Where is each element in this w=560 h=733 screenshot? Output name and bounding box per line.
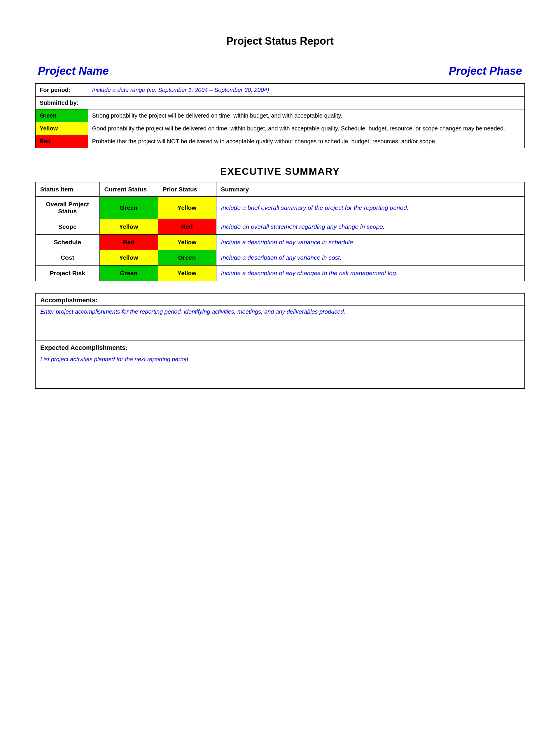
for-period-row: For period: Include a date range (i.e. S… [35, 83, 525, 97]
green-status-desc: Strong probability the project will be d… [88, 109, 525, 122]
exec-table-header: Status Item Current Status Prior Status … [35, 182, 525, 197]
info-table: For period: Include a date range (i.e. S… [35, 83, 525, 148]
red-status-desc: Probable that the project will NOT be de… [88, 135, 525, 148]
expected-accomplishments-content: List project activities planned for the … [36, 353, 524, 388]
cost-current-status: Yellow [99, 250, 158, 265]
project-risk-summary: Include a description of any changes to … [216, 265, 525, 281]
submitted-by-label: Submitted by: [35, 97, 88, 109]
col-summary: Summary [216, 182, 525, 197]
cost-item: Cost [35, 250, 99, 265]
expected-accomplishments-header: Expected Accomplishments: [36, 341, 524, 353]
table-row: Cost Yellow Green Include a description … [35, 250, 525, 265]
project-risk-prior-status: Yellow [158, 265, 216, 281]
project-phase-label: Project Phase [449, 65, 522, 77]
col-prior-status: Prior Status [158, 182, 216, 197]
yellow-status-label: Yellow [35, 122, 88, 135]
project-name-label: Project Name [38, 65, 109, 77]
for-period-label: For period: [35, 83, 88, 97]
overall-project-status-item: Overall ProjectStatus [35, 197, 99, 219]
project-risk-current-status: Green [99, 265, 158, 281]
scope-prior-status: Red [158, 219, 216, 235]
table-row: Project Risk Green Yellow Include a desc… [35, 265, 525, 281]
schedule-current-status: Red [99, 235, 158, 250]
green-status-label: Green [35, 109, 88, 122]
executive-summary-table: Status Item Current Status Prior Status … [35, 182, 525, 281]
table-row: Overall ProjectStatus Green Yellow Inclu… [35, 197, 525, 219]
red-status-label: Red [35, 135, 88, 148]
status-red-row: Red Probable that the project will NOT b… [35, 135, 525, 148]
scope-summary: Include an overall statement regarding a… [216, 219, 525, 235]
accomplishments-header: Accomplishments: [36, 293, 524, 305]
table-row: Schedule Red Yellow Include a descriptio… [35, 235, 525, 250]
accomplishments-section: Accomplishments: Enter project accomplis… [35, 293, 525, 341]
submitted-by-row: Submitted by: [35, 97, 525, 109]
col-status-item: Status Item [35, 182, 99, 197]
executive-summary-title: EXECUTIVE SUMMARY [35, 166, 525, 177]
scope-current-status: Yellow [99, 219, 158, 235]
overall-prior-status: Yellow [158, 197, 216, 219]
project-risk-item: Project Risk [35, 265, 99, 281]
header-row: Project Name Project Phase [35, 65, 525, 77]
status-green-row: Green Strong probability the project wil… [35, 109, 525, 122]
schedule-summary: Include a description of any variance in… [216, 235, 525, 250]
col-current-status: Current Status [99, 182, 158, 197]
yellow-status-desc: Good probability the project will be del… [88, 122, 525, 135]
table-row: Scope Yellow Red Include an overall stat… [35, 219, 525, 235]
overall-summary: Include a brief overall summary of the p… [216, 197, 525, 219]
accomplishments-content: Enter project accomplishments for the re… [36, 305, 524, 340]
page-title: Project Status Report [35, 35, 525, 47]
cost-prior-status: Green [158, 250, 216, 265]
cost-summary: Include a description of any variance in… [216, 250, 525, 265]
schedule-item: Schedule [35, 235, 99, 250]
overall-current-status: Green [99, 197, 158, 219]
status-yellow-row: Yellow Good probability the project will… [35, 122, 525, 135]
scope-item: Scope [35, 219, 99, 235]
submitted-by-value [88, 97, 525, 109]
expected-accomplishments-section: Expected Accomplishments: List project a… [35, 341, 525, 389]
schedule-prior-status: Yellow [158, 235, 216, 250]
for-period-value: Include a date range (i.e. September 1, … [88, 83, 525, 97]
